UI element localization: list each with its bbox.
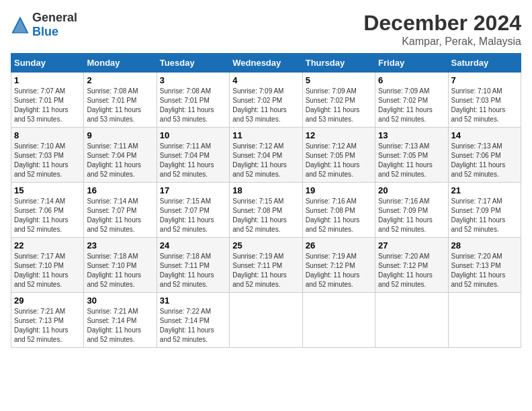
day-cell-9: 9Sunrise: 7:11 AMSunset: 7:04 PMDaylight… bbox=[84, 128, 157, 183]
day-info: Sunrise: 7:13 AMSunset: 7:06 PMDaylight:… bbox=[451, 142, 518, 179]
day-number: 27 bbox=[378, 240, 445, 250]
day-info: Sunrise: 7:09 AMSunset: 7:02 PMDaylight:… bbox=[306, 87, 372, 124]
day-info: Sunrise: 7:19 AMSunset: 7:12 PMDaylight:… bbox=[306, 252, 372, 289]
day-cell-24: 24Sunrise: 7:18 AMSunset: 7:11 PMDayligh… bbox=[157, 238, 229, 293]
day-info: Sunrise: 7:08 AMSunset: 7:01 PMDaylight:… bbox=[160, 87, 226, 124]
day-info: Sunrise: 7:20 AMSunset: 7:13 PMDaylight:… bbox=[451, 252, 518, 289]
day-number: 17 bbox=[160, 185, 226, 195]
day-cell-30: 30Sunrise: 7:21 AMSunset: 7:14 PMDayligh… bbox=[84, 293, 157, 348]
logo-icon bbox=[11, 15, 30, 34]
title-block: December 2024 Kampar, Perak, Malaysia bbox=[363, 11, 521, 48]
location-subtitle: Kampar, Perak, Malaysia bbox=[363, 36, 521, 48]
day-number: 19 bbox=[306, 185, 372, 195]
header-row: Sunday Monday Tuesday Wednesday Thursday… bbox=[11, 54, 521, 73]
day-cell-7: 7Sunrise: 7:10 AMSunset: 7:03 PMDaylight… bbox=[448, 73, 521, 128]
day-number: 6 bbox=[378, 75, 445, 85]
day-cell-21: 21Sunrise: 7:17 AMSunset: 7:09 PMDayligh… bbox=[448, 183, 521, 238]
day-cell-3: 3Sunrise: 7:08 AMSunset: 7:01 PMDaylight… bbox=[157, 73, 229, 128]
day-number: 24 bbox=[160, 240, 226, 250]
header-saturday: Saturday bbox=[448, 54, 521, 73]
empty-cell bbox=[302, 293, 375, 348]
logo: General Blue bbox=[11, 11, 77, 39]
header-monday: Monday bbox=[84, 54, 157, 73]
day-info: Sunrise: 7:13 AMSunset: 7:05 PMDaylight:… bbox=[378, 142, 445, 179]
day-info: Sunrise: 7:16 AMSunset: 7:08 PMDaylight:… bbox=[306, 197, 372, 234]
day-cell-27: 27Sunrise: 7:20 AMSunset: 7:12 PMDayligh… bbox=[375, 238, 448, 293]
logo-blue: Blue bbox=[32, 25, 58, 38]
day-info: Sunrise: 7:20 AMSunset: 7:12 PMDaylight:… bbox=[378, 252, 445, 289]
header-sunday: Sunday bbox=[11, 54, 84, 73]
month-title: December 2024 bbox=[363, 11, 521, 36]
day-number: 20 bbox=[378, 185, 445, 195]
day-number: 9 bbox=[87, 130, 153, 140]
day-number: 1 bbox=[14, 75, 81, 85]
day-info: Sunrise: 7:15 AMSunset: 7:08 PMDaylight:… bbox=[232, 197, 299, 234]
day-number: 11 bbox=[232, 130, 299, 140]
header-tuesday: Tuesday bbox=[157, 54, 229, 73]
day-number: 4 bbox=[232, 75, 299, 85]
day-cell-12: 12Sunrise: 7:12 AMSunset: 7:05 PMDayligh… bbox=[302, 128, 375, 183]
day-info: Sunrise: 7:09 AMSunset: 7:02 PMDaylight:… bbox=[232, 87, 299, 124]
day-info: Sunrise: 7:17 AMSunset: 7:10 PMDaylight:… bbox=[14, 252, 81, 289]
day-cell-29: 29Sunrise: 7:21 AMSunset: 7:13 PMDayligh… bbox=[11, 293, 84, 348]
day-cell-20: 20Sunrise: 7:16 AMSunset: 7:09 PMDayligh… bbox=[375, 183, 448, 238]
day-info: Sunrise: 7:22 AMSunset: 7:14 PMDaylight:… bbox=[160, 307, 226, 345]
day-number: 22 bbox=[14, 240, 81, 250]
day-info: Sunrise: 7:16 AMSunset: 7:09 PMDaylight:… bbox=[378, 197, 445, 234]
day-number: 30 bbox=[87, 295, 153, 306]
day-number: 28 bbox=[451, 240, 518, 250]
day-info: Sunrise: 7:19 AMSunset: 7:11 PMDaylight:… bbox=[232, 252, 299, 289]
day-cell-8: 8Sunrise: 7:10 AMSunset: 7:03 PMDaylight… bbox=[11, 128, 84, 183]
day-number: 29 bbox=[14, 295, 81, 306]
day-cell-10: 10Sunrise: 7:11 AMSunset: 7:04 PMDayligh… bbox=[157, 128, 229, 183]
day-info: Sunrise: 7:15 AMSunset: 7:07 PMDaylight:… bbox=[160, 197, 226, 234]
day-number: 8 bbox=[14, 130, 81, 140]
day-cell-16: 16Sunrise: 7:14 AMSunset: 7:07 PMDayligh… bbox=[84, 183, 157, 238]
week-row-2: 8Sunrise: 7:10 AMSunset: 7:03 PMDaylight… bbox=[11, 128, 521, 183]
day-number: 14 bbox=[451, 130, 518, 140]
day-cell-25: 25Sunrise: 7:19 AMSunset: 7:11 PMDayligh… bbox=[230, 238, 302, 293]
day-info: Sunrise: 7:09 AMSunset: 7:02 PMDaylight:… bbox=[378, 87, 445, 124]
day-number: 5 bbox=[306, 75, 372, 85]
day-number: 18 bbox=[232, 185, 299, 195]
header-thursday: Thursday bbox=[302, 54, 375, 73]
empty-cell bbox=[375, 293, 448, 348]
day-cell-15: 15Sunrise: 7:14 AMSunset: 7:06 PMDayligh… bbox=[11, 183, 84, 238]
day-cell-22: 22Sunrise: 7:17 AMSunset: 7:10 PMDayligh… bbox=[11, 238, 84, 293]
day-cell-28: 28Sunrise: 7:20 AMSunset: 7:13 PMDayligh… bbox=[448, 238, 521, 293]
day-info: Sunrise: 7:08 AMSunset: 7:01 PMDaylight:… bbox=[87, 87, 153, 124]
day-cell-6: 6Sunrise: 7:09 AMSunset: 7:02 PMDaylight… bbox=[375, 73, 448, 128]
day-cell-18: 18Sunrise: 7:15 AMSunset: 7:08 PMDayligh… bbox=[230, 183, 302, 238]
day-info: Sunrise: 7:07 AMSunset: 7:01 PMDaylight:… bbox=[14, 87, 81, 124]
day-cell-2: 2Sunrise: 7:08 AMSunset: 7:01 PMDaylight… bbox=[84, 73, 157, 128]
week-row-4: 22Sunrise: 7:17 AMSunset: 7:10 PMDayligh… bbox=[11, 238, 521, 293]
day-cell-13: 13Sunrise: 7:13 AMSunset: 7:05 PMDayligh… bbox=[375, 128, 448, 183]
day-cell-17: 17Sunrise: 7:15 AMSunset: 7:07 PMDayligh… bbox=[157, 183, 229, 238]
day-info: Sunrise: 7:17 AMSunset: 7:09 PMDaylight:… bbox=[451, 197, 518, 234]
day-number: 25 bbox=[232, 240, 299, 250]
day-number: 23 bbox=[87, 240, 153, 250]
day-number: 2 bbox=[87, 75, 153, 85]
day-info: Sunrise: 7:21 AMSunset: 7:13 PMDaylight:… bbox=[14, 307, 81, 345]
calendar-body: 1Sunrise: 7:07 AMSunset: 7:01 PMDaylight… bbox=[11, 73, 521, 348]
day-info: Sunrise: 7:11 AMSunset: 7:04 PMDaylight:… bbox=[87, 142, 153, 179]
header-wednesday: Wednesday bbox=[230, 54, 302, 73]
day-number: 7 bbox=[451, 75, 518, 85]
day-number: 10 bbox=[160, 130, 226, 140]
day-number: 15 bbox=[14, 185, 81, 195]
day-number: 26 bbox=[306, 240, 372, 250]
day-number: 13 bbox=[378, 130, 445, 140]
day-cell-14: 14Sunrise: 7:13 AMSunset: 7:06 PMDayligh… bbox=[448, 128, 521, 183]
day-cell-1: 1Sunrise: 7:07 AMSunset: 7:01 PMDaylight… bbox=[11, 73, 84, 128]
day-info: Sunrise: 7:18 AMSunset: 7:10 PMDaylight:… bbox=[87, 252, 153, 289]
day-cell-4: 4Sunrise: 7:09 AMSunset: 7:02 PMDaylight… bbox=[230, 73, 302, 128]
logo-general: General bbox=[32, 11, 77, 24]
day-cell-11: 11Sunrise: 7:12 AMSunset: 7:04 PMDayligh… bbox=[230, 128, 302, 183]
page-header: General Blue December 2024 Kampar, Perak… bbox=[11, 11, 521, 48]
calendar-table: Sunday Monday Tuesday Wednesday Thursday… bbox=[11, 53, 521, 348]
day-cell-26: 26Sunrise: 7:19 AMSunset: 7:12 PMDayligh… bbox=[302, 238, 375, 293]
day-info: Sunrise: 7:12 AMSunset: 7:04 PMDaylight:… bbox=[232, 142, 299, 179]
day-info: Sunrise: 7:14 AMSunset: 7:06 PMDaylight:… bbox=[14, 197, 81, 234]
day-info: Sunrise: 7:10 AMSunset: 7:03 PMDaylight:… bbox=[14, 142, 81, 179]
day-cell-5: 5Sunrise: 7:09 AMSunset: 7:02 PMDaylight… bbox=[302, 73, 375, 128]
